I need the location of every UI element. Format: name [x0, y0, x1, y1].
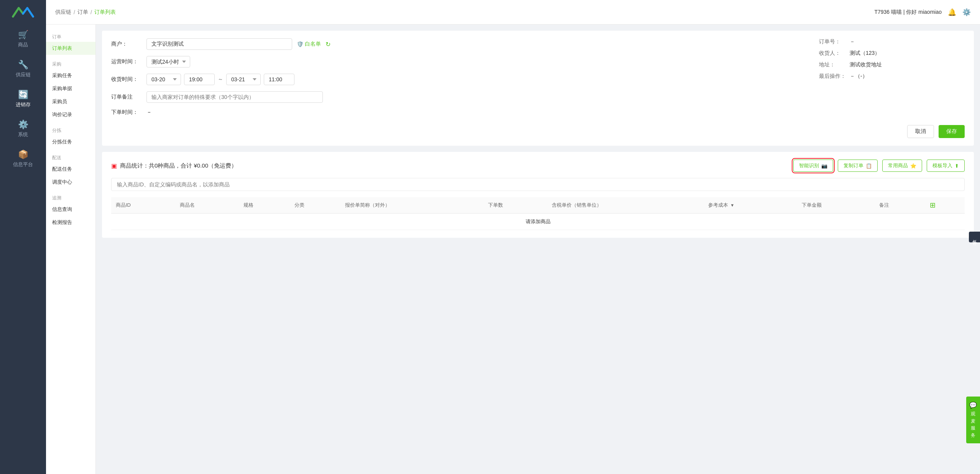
sub-nav-item-order-list[interactable]: 订单列表 — [46, 42, 95, 55]
product-card: ▣ 商品统计：共0种商品，合计 ¥0.00（免运费） 智能识别 📷 复制订单 📋 — [102, 152, 974, 238]
main-area: 供应链 / 订单 / 订单列表 T7936 喵喵 | 你好 miaomiao 🔔… — [46, 0, 980, 474]
observer-label2: 麦 — [971, 418, 975, 425]
content-area: 订单 订单列表 采购 采购任务 采购单据 采购员 询价记录 分拣 分拣任务 配送… — [46, 25, 980, 474]
date-to-select[interactable]: 03-21 — [226, 74, 261, 85]
product-section-header: ▣ 商品统计：共0种商品，合计 ¥0.00（免运费） 智能识别 📷 复制订单 📋 — [111, 160, 965, 172]
product-title: ▣ 商品统计：共0种商品，合计 ¥0.00（免运费） — [111, 162, 237, 170]
sub-nav-item-info-query[interactable]: 信息查询 — [46, 203, 95, 216]
last-op-row: 最后操作： －（-） — [819, 73, 965, 80]
sub-nav-item-dispatch[interactable]: 调度中心 — [46, 176, 95, 189]
breadcrumb: 供应链 / 订单 / 订单列表 — [55, 9, 116, 16]
sub-nav-title-delivery: 配送 — [46, 151, 95, 163]
receive-time-label: 收货时间： — [111, 76, 142, 83]
receiver-label: 收货人： — [819, 50, 850, 57]
product-table: 商品ID 商品名 规格 分类 报价单简称（对外） 下单数 含税单价（销售单位） … — [111, 197, 965, 230]
sidebar-item-goods[interactable]: 🛒 商品 — [0, 25, 46, 54]
common-goods-button[interactable]: 常用商品 ⭐ — [882, 160, 922, 172]
action-row: 取消 保存 — [111, 125, 965, 138]
smart-identify-label: 智能识别 — [799, 162, 819, 169]
time-to-input[interactable] — [264, 74, 294, 85]
cancel-button[interactable]: 取消 — [907, 125, 934, 138]
sub-nav-group-trace: 追溯 信息查询 检测报告 — [46, 192, 95, 229]
receiver-row: 收货人： 测试（123） — [819, 50, 965, 57]
sidebar-item-system[interactable]: ⚙️ 系统 — [0, 114, 46, 144]
sidebar-item-inventory[interactable]: 🔄 进销存 — [0, 84, 46, 114]
observer-label3: 服 — [971, 425, 975, 431]
sub-nav-item-inquiry[interactable]: 询价记录 — [46, 108, 95, 121]
col-order-amount: 下单金额 — [797, 197, 874, 214]
sidebar-item-inventory-label: 进销存 — [16, 101, 31, 108]
notes-label: 订单备注 — [111, 94, 142, 100]
empty-text: 请添加商品 — [111, 214, 965, 230]
user-info: T7936 喵喵 | 你好 miaomiao — [874, 9, 942, 16]
whitelist-button[interactable]: 🛡️ 白名单 — [297, 41, 321, 48]
operation-time-label: 运营时间： — [111, 58, 142, 65]
col-ref-cost: 参考成本 ▼ — [704, 197, 797, 214]
sub-nav-title-trace: 追溯 — [46, 192, 95, 203]
table-header: 商品ID 商品名 规格 分类 报价单简称（对外） 下单数 含税单价（销售单位） … — [111, 197, 965, 214]
order-time-value: － — [146, 109, 152, 116]
refresh-button[interactable]: ↻ — [326, 41, 331, 48]
product-title-icon: ▣ — [111, 162, 117, 170]
order-form-card: 商户： 🛡️ 白名单 ↻ 运营时间： 测试24小 — [102, 31, 974, 146]
sub-nav-title-purchase: 采购 — [46, 58, 95, 69]
sub-nav-item-delivery-task[interactable]: 配送任务 — [46, 163, 95, 176]
sub-nav-group-orders: 订单 订单列表 — [46, 31, 95, 55]
order-info-panel: 订单号： － 收货人： 测试（123） 地址： 测试收货地址 最后操作： — [819, 38, 965, 122]
order-no-value: － — [850, 38, 855, 45]
product-search-input[interactable] — [111, 178, 965, 191]
sidebar-item-supply[interactable]: 🔧 供应链 — [0, 54, 46, 84]
merchant-label: 商户： — [111, 41, 142, 48]
last-op-value: －（-） — [850, 73, 868, 80]
copy-icon: 📋 — [866, 163, 872, 169]
whitelist-label: 白名单 — [305, 41, 321, 48]
table-empty-row: 请添加商品 — [111, 214, 965, 230]
sub-sidebar: 订单 订单列表 采购 采购任务 采购单据 采购员 询价记录 分拣 分拣任务 配送… — [46, 25, 96, 474]
product-title-text: 商品统计：共0种商品，合计 ¥0.00（免运费） — [120, 162, 237, 170]
sidebar-item-system-label: 系统 — [18, 131, 28, 138]
upload-icon: ⬆ — [955, 163, 959, 169]
order-no-label: 订单号： — [819, 38, 850, 45]
shield-icon: 🛡️ — [297, 41, 303, 47]
main-content: 商户： 🛡️ 白名单 ↻ 运营时间： 测试24小 — [96, 25, 980, 474]
sub-nav-group-delivery: 配送 配送任务 调度中心 — [46, 151, 95, 189]
info-icon: 📦 — [18, 150, 28, 159]
notes-row: 订单备注 — [111, 91, 810, 103]
breadcrumb-level3: 订单列表 — [94, 9, 116, 16]
task-button[interactable]: 任务 — [969, 232, 980, 242]
observer-button[interactable]: 💬 观 麦 服 务 — [966, 397, 980, 443]
sub-nav-item-sort-task[interactable]: 分拣任务 — [46, 135, 95, 148]
logo — [0, 0, 46, 25]
star-icon: ⭐ — [910, 163, 916, 169]
date-from-select[interactable]: 03-20 — [146, 74, 181, 85]
template-import-button[interactable]: 模板导入 ⬆ — [927, 160, 965, 172]
sub-nav-item-purchaser[interactable]: 采购员 — [46, 95, 95, 108]
observer-icon: 💬 — [969, 401, 977, 410]
sub-nav-item-purchase-task[interactable]: 采购任务 — [46, 69, 95, 82]
copy-order-button[interactable]: 复制订单 📋 — [838, 160, 878, 172]
breadcrumb-level2: 订单 — [77, 9, 88, 16]
time-from-input[interactable] — [184, 74, 215, 85]
grid-icon: ⊞ — [930, 201, 936, 209]
address-label: 地址： — [819, 61, 850, 68]
operation-time-row: 运营时间： 测试24小时 — [111, 56, 810, 67]
header-right: T7936 喵喵 | 你好 miaomiao 🔔 ⚙️ — [874, 8, 971, 16]
merchant-input[interactable] — [146, 38, 292, 50]
merchant-row: 商户： 🛡️ 白名单 ↻ — [111, 38, 810, 50]
smart-identify-button[interactable]: 智能识别 📷 — [793, 160, 833, 172]
observer-label: 观 — [971, 411, 975, 417]
save-button[interactable]: 保存 — [939, 125, 965, 138]
bell-icon[interactable]: 🔔 — [948, 8, 956, 16]
operation-time-select[interactable]: 测试24小时 — [146, 56, 190, 67]
tilde: ～ — [218, 76, 223, 83]
settings-icon[interactable]: ⚙️ — [962, 8, 971, 16]
sidebar: 🛒 商品 🔧 供应链 🔄 进销存 ⚙️ 系统 📦 信息平台 — [0, 0, 46, 474]
sub-nav-item-purchase-doc[interactable]: 采购单据 — [46, 82, 95, 95]
sub-nav-group-purchase: 采购 采购任务 采购单据 采购员 询价记录 — [46, 58, 95, 121]
breadcrumb-level1: 供应链 — [55, 9, 71, 16]
notes-input[interactable] — [146, 91, 323, 103]
top-header: 供应链 / 订单 / 订单列表 T7936 喵喵 | 你好 miaomiao 🔔… — [46, 0, 980, 25]
sidebar-item-info[interactable]: 📦 信息平台 — [0, 144, 46, 174]
sub-nav-title-orders: 订单 — [46, 31, 95, 42]
sub-nav-item-test-report[interactable]: 检测报告 — [46, 216, 95, 229]
